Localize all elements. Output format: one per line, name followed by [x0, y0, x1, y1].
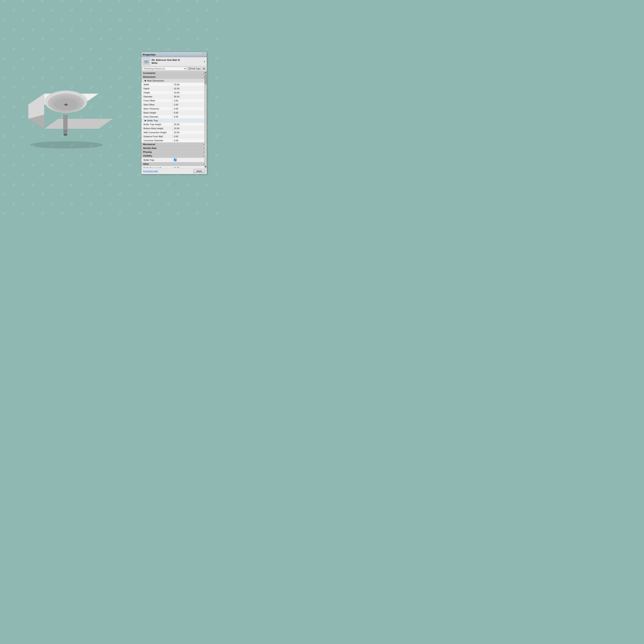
- panel-footer: Properties help Apply: [141, 168, 207, 174]
- prop-label-drain-diameter: Drain Diameter: [141, 115, 173, 118]
- close-button[interactable]: ×: [202, 53, 205, 56]
- main-dimensions-label: Main Dimensions: [147, 79, 164, 82]
- category-select[interactable]: Plumbing Fixtures (1): [143, 67, 187, 70]
- prop-value-drain-diameter[interactable]: 5.00: [173, 115, 207, 118]
- prop-label-depth: Depth: [141, 87, 173, 90]
- phasing-label: Phasing: [143, 151, 152, 153]
- prop-row-drain-diameter: Drain Diameter 5.00: [141, 115, 207, 119]
- prop-value-side-offset[interactable]: 3.50: [173, 103, 207, 106]
- prop-value-front-offset[interactable]: 3.50: [173, 99, 207, 102]
- apply-button[interactable]: Apply: [193, 169, 205, 173]
- prop-row-base-thickness: Base Thickness 4.00: [141, 107, 207, 111]
- prop-label-diameter: Diameter: [141, 95, 173, 98]
- identity-data-label: Identity Data: [143, 147, 156, 149]
- prop-value-wall-connection-height[interactable]: 15.00: [173, 131, 207, 134]
- subsection-bottle-trap[interactable]: ▶ Bottle Trap: [141, 119, 207, 122]
- prop-label-bottle-trap-length: Bottle Trap Length: [141, 166, 173, 168]
- bottle-trap-label: Bottle Trap: [147, 119, 158, 122]
- subsection-main-dimensions[interactable]: ▶ Main Dimensions: [141, 79, 207, 83]
- other-label: Other: [143, 163, 149, 165]
- prop-label-bottle-trap-height: Bottle Trap Height: [141, 123, 173, 126]
- prop-value-depth[interactable]: 42.00: [173, 87, 207, 90]
- scroll-up-button[interactable]: ▲: [204, 71, 207, 74]
- mechanical-label: Mechanical: [143, 143, 155, 146]
- edit-type-label: Edit Type: [191, 67, 201, 70]
- prop-row-depth: Depth 42.00: [141, 87, 207, 91]
- prop-row-distance-from-wall: Distance From Wall 0.00: [141, 134, 207, 138]
- section-constraints[interactable]: Constraints ▲: [141, 71, 207, 75]
- item-name: RD_Bathroom Sink Wall 16 White: [152, 59, 180, 65]
- vis-row-bottle-trap: Bottle Trap: [141, 158, 207, 162]
- prop-label-basin-height: Basin Height: [141, 111, 173, 114]
- prop-value-width[interactable]: 70.00: [173, 83, 207, 86]
- section-other[interactable]: Other ▲: [141, 162, 207, 166]
- panel-titlebar: Properties ×: [141, 52, 207, 57]
- svg-marker-3: [44, 119, 113, 129]
- prop-value-bottle-trap-length[interactable]: 21.00: [173, 166, 207, 168]
- prop-label-side-offset: Side Offset: [141, 103, 173, 106]
- prop-row-width: Width 70.00: [141, 83, 207, 87]
- prop-row-front-offset: Front Offset 3.50: [141, 99, 207, 103]
- constraints-label: Constraints: [143, 72, 155, 74]
- prop-row-bottle-trap-length: Bottle Trap Length 21.00: [141, 166, 207, 168]
- panel-header: RD_Bathroom Sink Wall 16 White ▼: [141, 57, 207, 66]
- prop-row-bottle-trap-height: Bottle Trap Height 25.50: [141, 122, 207, 126]
- prop-value-base-thickness[interactable]: 4.00: [173, 107, 207, 110]
- prop-value-basin-height[interactable]: 6.00: [173, 111, 207, 114]
- panel-toolbar: Plumbing Fixtures (1) Edit Type ▲: [141, 66, 207, 71]
- prop-row-height: Height 10.00: [141, 91, 207, 95]
- properties-help-link[interactable]: Properties help: [143, 170, 158, 172]
- prop-value-bottle-trap-height[interactable]: 25.50: [173, 123, 207, 126]
- item-icon: [143, 58, 150, 65]
- section-dimensions[interactable]: Dimensions ▲: [141, 75, 207, 79]
- prop-value-bottom-body-height[interactable]: 15.00: [173, 127, 207, 130]
- sink-illustration: [12, 64, 129, 153]
- prop-row-diameter: Diameter 35.00: [141, 95, 207, 99]
- edit-type-button[interactable]: Edit Type: [187, 67, 202, 70]
- prop-label-wall-connection-height: Wall Connection Height: [141, 131, 173, 134]
- svg-point-2: [30, 141, 103, 149]
- edit-type-icon: [189, 67, 191, 70]
- prop-label-front-offset: Front Offset: [141, 99, 173, 102]
- item-name-line1: RD_Bathroom Sink Wall 16: [152, 59, 180, 62]
- prop-row-basin-height: Basin Height 6.00: [141, 111, 207, 115]
- scroll-up-arrow[interactable]: ▲: [203, 67, 205, 70]
- item-dropdown-arrow[interactable]: ▼: [203, 61, 205, 63]
- dimensions-label: Dimensions: [143, 76, 156, 78]
- scrollbar-thumb[interactable]: [205, 74, 206, 84]
- prop-label-bottom-body-height: Bottom Body Height: [141, 127, 173, 130]
- prop-value-diameter[interactable]: 35.00: [173, 95, 207, 98]
- bottle-trap-checkbox[interactable]: [174, 159, 176, 161]
- section-mechanical[interactable]: Mechanical ▲: [141, 142, 207, 146]
- prop-label-distance-from-wall: Distance From Wall: [141, 135, 173, 138]
- section-phasing[interactable]: Phasing ▲: [141, 150, 207, 154]
- prop-label-width: Width: [141, 83, 173, 86]
- section-identity-data[interactable]: Identity Data ▲: [141, 146, 207, 150]
- prop-row-wall-connection-height: Wall Connection Height 15.00: [141, 130, 207, 134]
- prop-row-connector-diameter: Connector Diameter 3.20: [141, 138, 207, 142]
- prop-value-distance-from-wall[interactable]: 0.00: [173, 135, 207, 138]
- bottle-trap-arrow-icon: ▶: [145, 119, 146, 122]
- scrollbar-track[interactable]: ▲ ▼: [204, 71, 207, 168]
- panel-title: Properties: [143, 53, 156, 56]
- prop-label-base-thickness: Base Thickness: [141, 107, 173, 110]
- section-visibility[interactable]: Visibility ▲: [141, 154, 207, 158]
- svg-point-22: [63, 134, 67, 136]
- item-name-line2: White: [152, 62, 180, 65]
- visibility-label: Visibility: [143, 155, 152, 157]
- svg-point-27: [145, 61, 148, 63]
- prop-row-bottom-body-height: Bottom Body Height 15.00: [141, 126, 207, 130]
- prop-row-side-offset: Side Offset 3.50: [141, 103, 207, 107]
- prop-label-connector-diameter: Connector Diameter: [141, 139, 173, 142]
- properties-panel: Properties × RD_Bathroom Sink Wall 16 Wh…: [141, 52, 207, 174]
- arrow-icon: ▶: [145, 79, 146, 82]
- properties-scroll-area[interactable]: Constraints ▲ Dimensions ▲ ▶ Main Dimens…: [141, 71, 207, 168]
- prop-value-connector-diameter[interactable]: 3.20: [173, 139, 207, 142]
- scroll-down-button[interactable]: ▼: [204, 165, 207, 168]
- prop-value-height[interactable]: 10.00: [173, 91, 207, 94]
- vis-check-bottle-trap[interactable]: [173, 158, 207, 162]
- prop-label-height: Height: [141, 91, 173, 94]
- vis-label-bottle-trap: Bottle Trap: [141, 158, 173, 162]
